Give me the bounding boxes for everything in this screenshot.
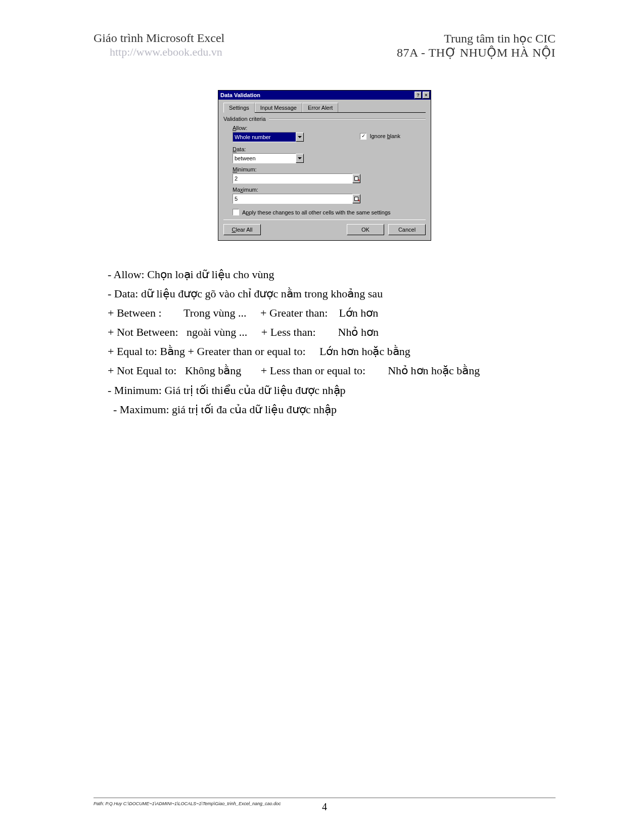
allow-label: Allow: <box>233 125 304 131</box>
tab-settings[interactable]: Settings <box>223 103 255 113</box>
close-button[interactable]: × <box>423 92 430 99</box>
dialog-tabs: Settings Input Message Error Alert <box>223 103 426 113</box>
allow-dropdown[interactable]: Whole number <box>233 132 296 142</box>
footer-path: Path: P.Q.Huy C:\DOCUME~1\ADMINI~1\LOCAL… <box>94 801 281 806</box>
body-line: - Minimum: Giá trị tối thiểu của dữ liệu… <box>108 382 556 399</box>
allow-dropdown-button[interactable] <box>296 133 304 142</box>
tab-input-message[interactable]: Input Message <box>255 103 302 112</box>
minimum-label: Minimum: <box>233 166 426 172</box>
minimum-input[interactable]: 2 <box>233 173 353 184</box>
apply-all-label: Apply these changes to all other cells w… <box>242 209 391 215</box>
help-button[interactable]: ? <box>415 92 422 99</box>
group-label: Validation criteria <box>223 116 266 122</box>
maximum-ref-button[interactable] <box>352 194 360 203</box>
body-line: - Allow: Chọn loại dữ liệu cho vùng <box>108 266 556 283</box>
data-label: Data: <box>233 146 426 152</box>
page-header: Giáo trình Microsoft Excel Trung tâm tin… <box>94 31 556 60</box>
ok-button[interactable]: OK <box>347 224 384 235</box>
data-validation-dialog: Data Validation ? × Settings Input Messa… <box>218 90 431 241</box>
validation-criteria-group: Validation criteria <box>223 116 426 122</box>
body-line: - Data: dữ liệu được gõ vào chỉ được nằm… <box>108 285 556 302</box>
header-right-address: 87A - THỢ NHUỘM HÀ NỘI <box>397 46 556 60</box>
maximum-input[interactable]: 5 <box>233 194 353 204</box>
body-text: - Allow: Chọn loại dữ liệu cho vùng - Da… <box>108 266 556 418</box>
ignore-blank-checkbox[interactable]: ✓ <box>360 133 366 140</box>
apply-all-checkbox[interactable] <box>233 209 239 215</box>
page-number: 4 <box>322 801 327 813</box>
chevron-down-icon <box>298 157 302 159</box>
chevron-down-icon <box>298 136 302 138</box>
page: Giáo trình Microsoft Excel Trung tâm tin… <box>0 0 644 834</box>
minimum-ref-button[interactable] <box>352 174 360 183</box>
header-url: http://www.ebook.edu.vn <box>94 46 222 60</box>
body-line: + Not Equal to: Không bằng + Less than o… <box>108 362 556 379</box>
dialog-titlebar[interactable]: Data Validation ? × <box>218 91 431 100</box>
data-dropdown-button[interactable] <box>296 154 304 163</box>
body-line: + Between : Trong vùng ... + Greater tha… <box>108 304 556 322</box>
tab-error-alert[interactable]: Error Alert <box>302 103 339 112</box>
data-dropdown[interactable]: between <box>233 153 296 163</box>
maximum-label: Maximum: <box>233 187 426 193</box>
body-line: + Equal to: Bằng + Greater than or equal… <box>108 343 556 360</box>
ignore-blank-label: Ignore blank <box>370 133 400 139</box>
header-left-title: Giáo trình Microsoft Excel <box>94 31 224 46</box>
page-footer: Path: P.Q.Huy C:\DOCUME~1\ADMINI~1\LOCAL… <box>94 798 556 806</box>
body-line: - Maximum: giá trị tối đa của dữ liệu đư… <box>108 401 556 418</box>
range-select-icon <box>354 176 359 181</box>
clear-all-button[interactable]: Clear All <box>223 224 261 235</box>
header-right-center: Trung tâm tin học CIC <box>444 31 556 46</box>
body-line: + Not Between: ngoài vùng ... + Less tha… <box>108 324 556 341</box>
range-select-icon <box>354 196 359 201</box>
dialog-title: Data Validation <box>220 92 260 98</box>
cancel-button[interactable]: Cancel <box>388 224 426 235</box>
